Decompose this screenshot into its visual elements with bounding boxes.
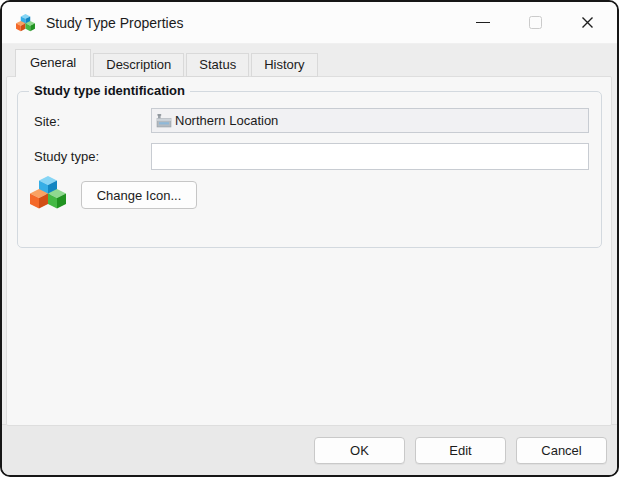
close-icon [580,15,595,30]
study-type-properties-dialog: Study Type Properties General Descriptio… [0,0,619,477]
site-value: Northern Location [175,113,278,128]
site-label: Site: [34,114,60,129]
colored-cubes-icon [15,13,36,33]
ok-button[interactable]: OK [314,437,405,464]
footer-bar: OK Edit Cancel [2,424,617,475]
colored-cubes-icon [29,174,67,216]
cancel-button[interactable]: Cancel [516,437,607,464]
general-tab-panel: Study type identification Site: Northern… [6,76,612,426]
title-bar: Study Type Properties [2,2,617,44]
window-controls [457,2,613,43]
minimize-icon [476,22,490,23]
tab-general[interactable]: General [15,49,91,77]
tab-history[interactable]: History [251,53,317,77]
study-type-input[interactable] [151,143,589,170]
site-building-icon [155,112,173,130]
group-title: Study type identification [29,83,190,98]
study-type-identification-group: Study type identification Site: Northern… [17,91,602,248]
close-button[interactable] [561,2,613,43]
window-title: Study Type Properties [46,15,183,31]
maximize-icon [529,16,542,29]
study-type-label: Study type: [34,149,99,164]
change-icon-button[interactable]: Change Icon... [81,181,197,209]
tab-status[interactable]: Status [186,53,249,77]
site-field[interactable]: Northern Location [151,108,589,133]
minimize-button[interactable] [457,2,509,43]
maximize-button [509,2,561,43]
tab-description[interactable]: Description [93,53,184,77]
tab-strip: General Description Status History [15,49,318,77]
edit-button[interactable]: Edit [415,437,506,464]
